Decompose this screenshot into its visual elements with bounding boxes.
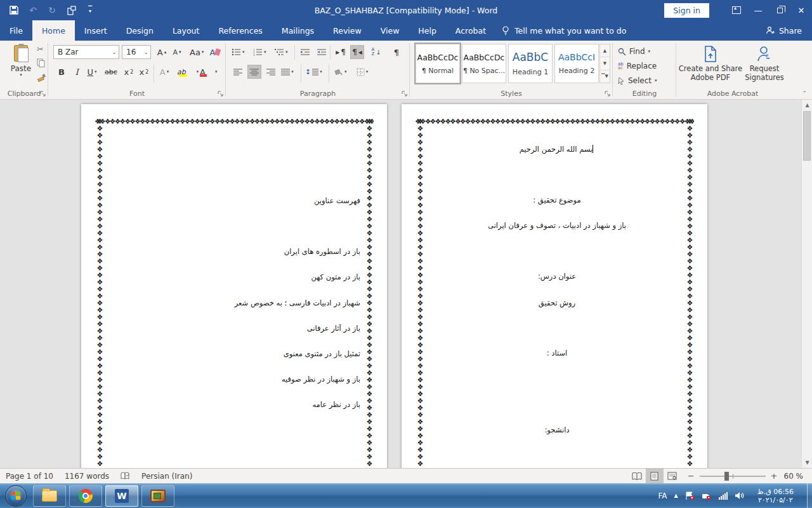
scrollbar-thumb[interactable]	[803, 111, 811, 161]
highlight-color-button[interactable]: ab▾	[176, 65, 199, 79]
style-heading1[interactable]: AaBbC Heading 1	[508, 44, 553, 83]
minimize-button[interactable]: —	[747, 0, 769, 20]
touch-mode-icon[interactable]	[66, 5, 76, 15]
rtl-direction-button[interactable]: ¶◂	[350, 45, 364, 59]
tell-me-box[interactable]: Tell me what you want to do	[495, 20, 632, 41]
align-center-button[interactable]	[247, 65, 261, 79]
sort-button[interactable]: AZ↓	[369, 45, 383, 59]
styles-gallery-more[interactable]: ▔▼	[600, 70, 610, 83]
ribbon-display-options-button[interactable]	[726, 0, 747, 20]
show-marks-button[interactable]: ¶	[390, 45, 403, 59]
style-no-spacing[interactable]: AaBbCcDc ¶ No Spac...	[462, 44, 506, 83]
style-normal[interactable]: AaBbCcDc ¶ Normal	[416, 44, 460, 83]
clipboard-dialog-launcher[interactable]	[40, 91, 46, 97]
shading-button[interactable]: ▾	[332, 65, 348, 79]
create-share-pdf-button[interactable]: Create and Share Adobe PDF	[678, 43, 743, 88]
paragraph-dialog-launcher[interactable]	[402, 91, 408, 97]
volume-icon[interactable]	[735, 491, 744, 500]
justify-button[interactable]: ▾	[280, 65, 294, 79]
clear-formatting-button[interactable]: A	[208, 45, 222, 59]
document-page-2[interactable]: ❖❖❖❖❖❖❖❖❖❖❖❖❖❖❖❖❖❖❖❖❖❖❖❖❖❖❖❖❖❖❖❖❖❖❖❖❖❖❖❖…	[81, 104, 387, 468]
taskbar-media-viewer[interactable]	[141, 485, 174, 507]
select-button[interactable]: Select▾	[618, 74, 657, 87]
sign-in-button[interactable]: Sign in	[664, 3, 709, 18]
underline-button[interactable]: U▾	[85, 65, 99, 79]
font-name-combo[interactable]: B Zar⌄	[53, 45, 119, 59]
collapse-ribbon-button[interactable]: ⌃	[802, 90, 807, 97]
styles-dialog-launcher[interactable]	[605, 91, 611, 97]
find-button[interactable]: Find▾	[618, 45, 650, 58]
zoom-in-button[interactable]: +	[771, 471, 778, 481]
taskbar-clock[interactable]: 06:56 ق.ظ ۲۰۲۱/۰۵/۰۲	[751, 488, 800, 504]
styles-scroll-up[interactable]: ▲	[600, 44, 610, 57]
language-switcher[interactable]: FA	[658, 491, 667, 500]
vertical-scrollbar[interactable]: ▲ ▼	[801, 100, 812, 468]
zoom-track[interactable]	[700, 476, 766, 477]
tab-insert[interactable]: Insert	[75, 20, 117, 41]
close-button[interactable]: ✕	[790, 0, 812, 20]
tab-acrobat[interactable]: Acrobat	[446, 20, 495, 41]
font-size-combo[interactable]: 16⌄	[122, 45, 151, 59]
multilevel-list-button[interactable]: ▾	[274, 45, 289, 59]
print-layout-button[interactable]	[646, 469, 664, 484]
network-signal-icon[interactable]	[719, 492, 728, 500]
strikethrough-button[interactable]: abc	[104, 65, 118, 79]
taskbar-file-explorer[interactable]	[33, 485, 66, 507]
paste-button[interactable]: Paste ▾	[6, 43, 36, 85]
align-left-button[interactable]	[231, 65, 245, 79]
power-plug-icon[interactable]	[702, 491, 712, 500]
tab-references[interactable]: References	[209, 20, 272, 41]
align-right-button[interactable]	[264, 65, 278, 79]
restore-button[interactable]	[769, 0, 790, 20]
tab-home[interactable]: Home	[32, 20, 75, 41]
scroll-up-arrow[interactable]: ▲	[802, 100, 812, 110]
start-button[interactable]	[5, 485, 27, 507]
font-dialog-launcher[interactable]	[218, 91, 224, 97]
redo-icon[interactable]: ↻	[47, 5, 57, 15]
decrease-indent-button[interactable]	[298, 45, 312, 59]
language-indicator[interactable]: Persian (Iran)	[136, 469, 198, 484]
styles-scroll-down[interactable]: ▼	[600, 57, 610, 70]
taskbar-word-active[interactable]: W	[105, 485, 138, 507]
tab-view[interactable]: View	[371, 20, 409, 41]
customize-qat-icon[interactable]: ▔▾	[85, 5, 95, 15]
tab-file[interactable]: File	[0, 20, 32, 41]
replace-button[interactable]: abac Replace	[618, 60, 657, 72]
page-indicator[interactable]: Page 1 of 10	[0, 469, 59, 484]
text-effects-button[interactable]: A▾	[157, 65, 171, 79]
undo-icon[interactable]: ↶	[28, 5, 38, 15]
font-color-button[interactable]: A▾	[199, 65, 218, 79]
scroll-down-arrow[interactable]: ▼	[802, 457, 812, 468]
hidden-icons-chevron[interactable]: ▲	[674, 493, 678, 498]
grow-font-button[interactable]: A▴	[155, 45, 169, 59]
read-mode-button[interactable]	[628, 469, 646, 484]
zoom-handle[interactable]	[724, 472, 729, 481]
style-heading2[interactable]: AaBbCcI Heading 2	[554, 44, 599, 83]
shrink-font-button[interactable]: A▾	[170, 45, 184, 59]
proofing-status-icon[interactable]	[115, 469, 136, 484]
change-case-button[interactable]: Aa▾	[189, 45, 204, 59]
line-spacing-button[interactable]: ↕▾	[304, 65, 323, 79]
tab-mailings[interactable]: Mailings	[272, 20, 324, 41]
ltr-direction-button[interactable]: ▸¶	[334, 45, 348, 59]
request-signatures-button[interactable]: ✕ Request Signatures	[741, 43, 788, 88]
tab-review[interactable]: Review	[324, 20, 371, 41]
superscript-button[interactable]: x2	[137, 65, 151, 79]
save-icon[interactable]	[9, 5, 19, 15]
borders-button[interactable]: ▾	[355, 65, 369, 79]
increase-indent-button[interactable]	[315, 45, 329, 59]
tab-help[interactable]: Help	[409, 20, 446, 41]
zoom-level[interactable]: 60 %	[784, 472, 812, 481]
show-desktop-button[interactable]	[807, 483, 812, 508]
italic-button[interactable]: I	[70, 65, 84, 79]
tab-layout[interactable]: Layout	[163, 20, 209, 41]
subscript-button[interactable]: x2	[122, 65, 136, 79]
word-count[interactable]: 1167 words	[59, 469, 115, 484]
bullet-list-button[interactable]: ▾	[231, 45, 246, 59]
document-page-1[interactable]: ❖❖❖❖❖❖❖❖❖❖❖❖❖❖❖❖❖❖❖❖❖❖❖❖❖❖❖❖❖❖❖❖❖❖❖❖❖❖❖❖…	[402, 104, 707, 468]
zoom-out-button[interactable]: −	[688, 471, 695, 481]
tab-design[interactable]: Design	[117, 20, 163, 41]
action-center-flag-icon[interactable]	[685, 491, 695, 500]
share-button[interactable]: Share	[766, 20, 812, 41]
web-layout-button[interactable]	[664, 469, 681, 484]
